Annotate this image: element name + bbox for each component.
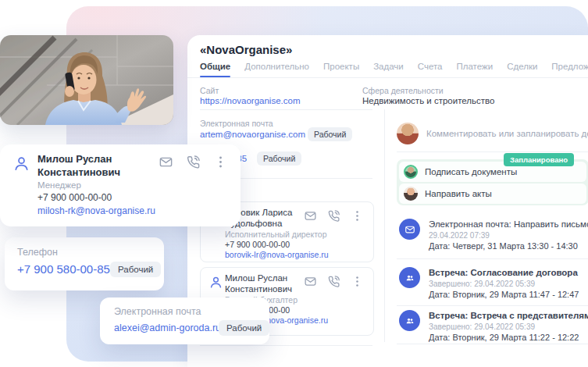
phone-card-badge: Рабочий [110,262,161,277]
contact-phone: +7 900 000-00-00 [225,240,290,249]
more-options-icon[interactable] [351,209,364,223]
person-icon [12,155,30,173]
fields-divider [200,109,372,110]
email-card-address-link[interactable]: alexei@admin-goroda.ru [114,322,221,333]
industry-value: Недвижимость и строительство [362,96,494,105]
tab-obshchie[interactable]: Общие [200,62,230,71]
page-title: «NovaOrganise» [200,43,292,56]
planned-status-badge: Запланировано [504,153,574,166]
company-email-label: Электронная почта [200,119,273,128]
contact-actions [304,275,364,288]
meeting-activity-icon [399,267,420,288]
phone-call-icon[interactable] [327,209,340,223]
comment-composer[interactable]: Комментировать или запланировать действи… [426,129,588,138]
site-label: Сайт [200,86,219,95]
assignee-avatar [404,187,418,201]
contact-card-role: Менеджер [37,180,81,190]
company-email-link[interactable]: artem@novaorganise.com [200,130,305,139]
activity-title[interactable]: Встреча: Согласование договора [429,268,578,277]
tab-bar: Общие Дополнительно Проекты Задачи Счета… [200,62,588,71]
tab-zadachi[interactable]: Задачи [373,62,404,71]
email-activity-icon [399,219,420,240]
activity-divider [397,344,588,344]
tab-sdelki[interactable]: Сделки [507,62,537,71]
contact-name-line1: Милош Руслан [225,273,287,283]
contact-card-phone: +7 900 000-00-00 [37,192,112,203]
email-card-label: Электронная почта [114,306,201,317]
activity-title[interactable]: Встреча: Встреча с представителями NovaO… [429,311,588,320]
activity-date: Дата: Вторник, 29 Марта 11:47 - 12:47 [429,290,579,299]
mail-icon[interactable] [304,275,317,288]
industry-label: Сфера деятельности [362,86,444,95]
activity-meta: Завершено: 29.04.2022 05:39 [429,280,535,288]
contact-actions [304,209,364,223]
activity-divider [397,258,588,259]
email-card-badge: Рабочий [219,320,269,336]
assignee-avatar [404,165,418,179]
contact-card[interactable]: Милош Руслан Константинович Менеджер +7 … [0,144,241,226]
tab-platezhi[interactable]: Платежи [457,62,494,71]
task-row[interactable]: Направить акты [399,184,586,204]
activity-divider [397,305,588,306]
activity-date: Дата: Вторник, 29 Марта 11:22 - 12:22 [429,333,579,342]
tab-scheta[interactable]: Счета [418,62,443,71]
phone-card-number-link[interactable]: +7 900 580-00-85 [17,262,110,276]
mail-icon[interactable] [159,155,173,169]
contact-card-name-line2: Константинович [37,166,120,179]
mail-icon[interactable] [304,209,317,223]
contact-photo-card [0,35,173,125]
company-email-badge: Рабочий [308,127,352,141]
more-options-icon[interactable] [351,275,364,288]
task-label: Направить акты [425,189,492,198]
more-options-icon[interactable] [213,155,228,169]
user-avatar [397,123,419,144]
email-detail-card: Электронная почта alexei@admin-goroda.ru… [100,298,269,344]
contact-email-link[interactable]: borovik-lr@nova-organise.ru [225,250,329,259]
contact-card-name-line1: Милош Руслан [37,152,112,166]
phone-call-icon[interactable] [186,155,201,169]
tab-proekty[interactable]: Проекты [323,62,359,71]
activity-date: Дата: Четверг, 31 Марта 13:30 - 14:30 [429,241,578,251]
activity-meta: 29.04.2022 07:39 [429,231,490,240]
contact-role: Исполнительный директор [225,230,327,239]
contact-name-line2: Константинович [225,283,292,294]
contact-card-actions [159,155,228,169]
phone-detail-card: Телефон +7 900 580-00-85 Рабочий [5,237,164,290]
column-divider [384,109,385,342]
list-bottom-divider [200,345,372,346]
tab-dopolnitelno[interactable]: Дополнительно [244,62,309,71]
activity-divider [397,151,588,152]
person-icon [208,275,223,290]
contact-card-email-link[interactable]: milosh-rk@nova-organise.ru [37,205,155,216]
meeting-activity-icon [399,310,420,331]
woman-on-phone-photo [0,35,173,125]
page: { "colors":{ "accent_blue":"#4a6de2", "t… [0,0,588,367]
header-divider [187,77,588,78]
activity-meta: Завершено: 29.04.2022 05:39 [429,322,535,331]
phone-card-label: Телефон [17,247,58,258]
tab-predlozheniya[interactable]: Предложения [551,62,588,71]
company-phone-badge: Рабочий [257,151,301,166]
site-link[interactable]: https://novaorganise.com [200,96,301,105]
phone-call-icon[interactable] [327,275,340,288]
activity-title[interactable]: Электронная почта: Направить письмо по у… [429,219,588,229]
task-label: Подписать документы [425,167,517,176]
